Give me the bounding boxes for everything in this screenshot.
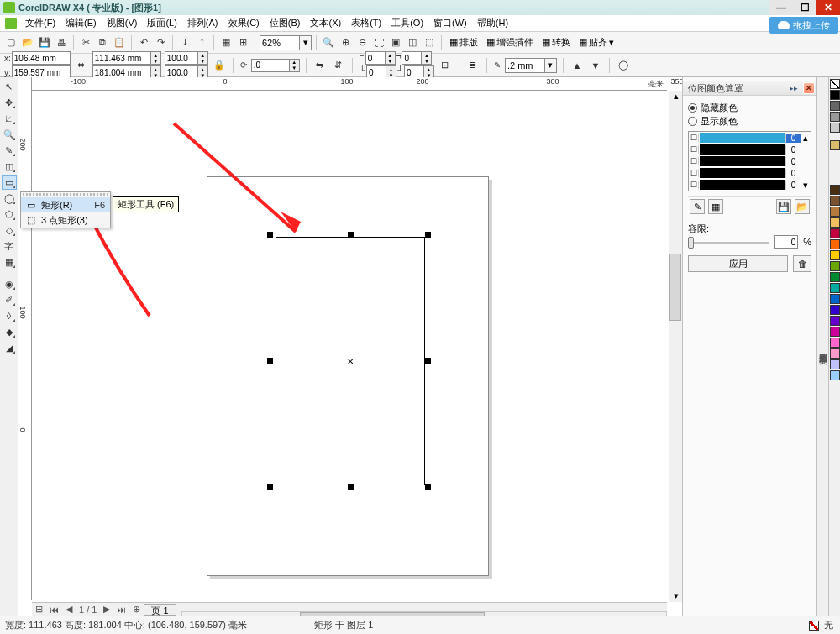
color-row-1[interactable]: ☐0 — [689, 144, 811, 155]
flyout-item-rectangle[interactable]: ▭ 矩形(R) F6 — [21, 197, 110, 212]
prev-page[interactable]: ◀ — [62, 604, 76, 615]
docker-tab-strip[interactable]: 位图颜色遮罩 提示 — [816, 77, 828, 616]
rot-stepper[interactable]: ▲▼ — [290, 59, 300, 72]
wrap-icon[interactable]: ≣ — [465, 58, 480, 73]
palette-swatch[interactable] — [830, 359, 840, 369]
handle-ne[interactable] — [425, 232, 431, 238]
open-mask-button[interactable]: 📂 — [795, 199, 810, 214]
handle-nw[interactable] — [267, 232, 273, 238]
convert-curve-icon[interactable]: ◯ — [616, 58, 631, 73]
window-maximize[interactable]: ☐ — [793, 0, 816, 15]
export-button[interactable]: ⤒ — [194, 35, 209, 50]
menu-table[interactable]: 表格(T) — [346, 16, 386, 30]
zoom-input[interactable] — [260, 35, 300, 50]
zoom-out-icon[interactable]: ⊖ — [354, 35, 370, 50]
apply-button[interactable]: 应用 — [688, 255, 788, 272]
palette-swatch[interactable] — [830, 327, 840, 337]
palette-swatch[interactable] — [830, 305, 840, 315]
next-page[interactable]: ▶ — [100, 604, 113, 615]
menu-help[interactable]: 帮助(H) — [472, 16, 513, 30]
color-row-2[interactable]: ☐0 — [689, 155, 811, 167]
welcome-button[interactable]: ⊞ — [235, 35, 250, 50]
new-button[interactable]: ▢ — [3, 35, 18, 50]
cut-button[interactable]: ✂ — [78, 35, 93, 50]
palette-swatch[interactable] — [830, 348, 840, 359]
radio-hide-row[interactable]: 隐藏颜色 — [688, 101, 811, 114]
palette-swatch[interactable] — [830, 90, 840, 100]
corner-tr[interactable] — [402, 51, 422, 65]
zoom-all-icon[interactable]: ⬚ — [422, 35, 437, 50]
menu-layout[interactable]: 版面(L) — [142, 16, 181, 30]
remove-mask-button[interactable]: 🗑 — [793, 255, 811, 272]
app-launcher[interactable]: ▦ — [218, 35, 234, 50]
smart-fill-tool[interactable]: ◫ — [2, 159, 17, 174]
menu-arrange[interactable]: 排列(A) — [182, 16, 223, 30]
color-row-3[interactable]: ☐0 — [689, 167, 811, 179]
fill-tool[interactable]: ◆ — [2, 324, 17, 339]
tolerance-slider[interactable] — [688, 237, 769, 249]
last-page[interactable]: ⏭ — [113, 605, 129, 615]
arrange-btn[interactable]: ▦ 排版 — [446, 34, 481, 51]
zoom-sel-icon[interactable]: ◫ — [405, 35, 420, 50]
palette-swatch[interactable] — [830, 185, 840, 195]
convert-btn[interactable]: ▦ 转换 — [538, 34, 574, 51]
upload-button[interactable]: 拖拽上传 — [769, 17, 838, 34]
handle-sw[interactable] — [267, 484, 273, 490]
palette-swatch[interactable] — [830, 217, 840, 228]
menu-text[interactable]: 文本(X) — [305, 16, 346, 30]
doc-icon[interactable]: ⊞ — [32, 604, 46, 615]
window-close[interactable]: ✕ — [816, 0, 840, 15]
ellipse-tool[interactable]: ◯ — [2, 191, 17, 206]
x-input[interactable] — [12, 51, 71, 65]
radio-show-row[interactable]: 显示颜色 — [688, 114, 811, 128]
add-page[interactable]: ⊕ — [129, 604, 144, 615]
page-tab[interactable]: 页 1 — [144, 604, 176, 616]
palette-swatch[interactable] — [830, 196, 840, 206]
menu-bitmap[interactable]: 位图(B) — [265, 16, 306, 30]
docker-header[interactable]: 位图颜色遮罩 ▸▸ ✕ — [683, 81, 816, 96]
mirror-h-icon[interactable]: ⇋ — [312, 58, 328, 73]
basic-shapes-tool[interactable]: ◇ — [2, 223, 17, 238]
freehand-tool[interactable]: ✎ — [2, 143, 17, 158]
pick-tool[interactable]: ↖ — [2, 79, 17, 94]
canvas[interactable]: -100 0 100 200 300 350 毫米 200 100 0 ✕ — [18, 77, 682, 616]
menu-view[interactable]: 视图(V) — [102, 16, 143, 30]
interactive-fill-tool[interactable]: ◢ — [2, 340, 17, 355]
color-row-0[interactable]: ☐0▴ — [689, 132, 811, 144]
palette-none[interactable] — [830, 79, 840, 89]
vertical-ruler[interactable]: 200 100 0 — [18, 77, 32, 600]
eyedropper-tool[interactable]: ✐ — [2, 292, 17, 307]
import-button[interactable]: ⤓ — [177, 35, 192, 50]
zoom-combo[interactable]: ▾ — [260, 35, 312, 50]
palette-swatch[interactable] — [830, 250, 840, 260]
mirror-v-icon[interactable]: ⇵ — [331, 58, 346, 73]
corner-together-icon[interactable]: ⊡ — [438, 58, 453, 73]
palette-swatch[interactable] — [830, 239, 840, 249]
selection-center[interactable]: ✕ — [347, 357, 354, 366]
palette-swatch[interactable] — [830, 316, 840, 326]
flyout-item-3pt-rect[interactable]: ⬚ 3 点矩形(3) — [21, 212, 110, 228]
palette-swatch[interactable] — [830, 228, 840, 238]
zoom-tool[interactable]: 🔍 — [2, 127, 17, 142]
copy-button[interactable]: ⧉ — [95, 35, 110, 50]
enhance-btn[interactable]: ▦ 增强插件 — [483, 34, 537, 51]
undo-button[interactable]: ↶ — [136, 35, 151, 50]
width-stepper[interactable]: ▲▼ — [151, 51, 161, 65]
rectangle-tool[interactable]: ▭ — [2, 175, 17, 190]
outline-tool[interactable]: ◊ — [2, 308, 17, 323]
menu-window[interactable]: 窗口(W) — [428, 16, 472, 30]
rotation-input[interactable] — [251, 59, 290, 72]
crop-tool[interactable]: ⟀ — [2, 111, 17, 126]
handle-w[interactable] — [267, 358, 273, 364]
palette-swatch[interactable] — [830, 140, 840, 150]
sx-stepper[interactable]: ▲▼ — [198, 51, 208, 65]
color-row-4[interactable]: ☐0▾ — [689, 179, 811, 191]
table-tool[interactable]: ▦ — [2, 254, 17, 270]
zoom-page-icon[interactable]: ▣ — [388, 35, 403, 50]
menu-effects[interactable]: 效果(C) — [223, 16, 265, 30]
polygon-tool[interactable]: ⬠ — [2, 207, 17, 222]
eyedropper-button[interactable]: ✎ — [690, 199, 705, 214]
handle-e[interactable] — [425, 358, 431, 364]
handle-se[interactable] — [425, 484, 431, 490]
menu-file[interactable]: 文件(F) — [20, 16, 60, 30]
